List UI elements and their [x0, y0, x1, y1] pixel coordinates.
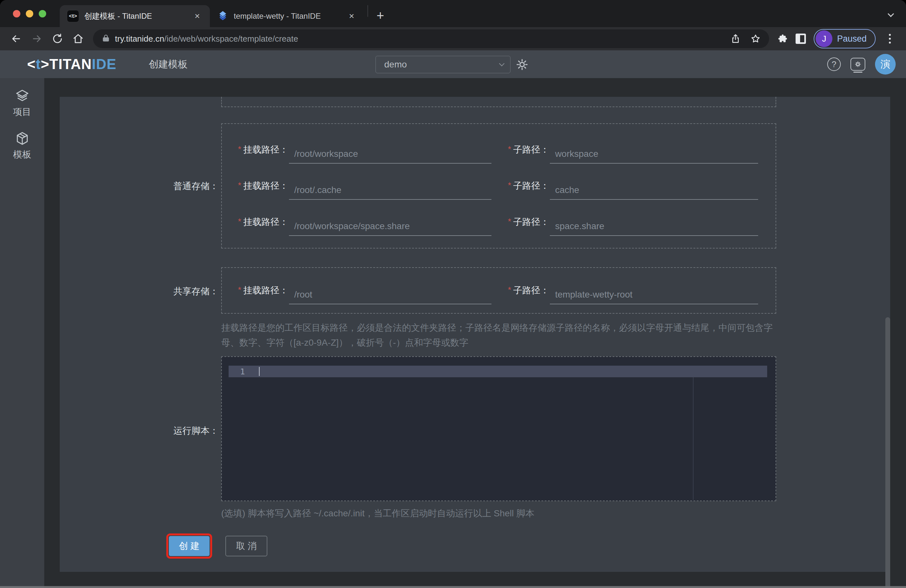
profile-status: Paused [837, 34, 867, 44]
tab-title: template-wetty - TitanIDE [234, 12, 341, 21]
sidebar-item-label: 模板 [13, 148, 31, 161]
mount-path-input[interactable]: /root/.cache [289, 181, 491, 200]
normal-storage-group: *挂载路径： /root/workspace *子路径： workspace *… [221, 123, 776, 249]
main-area: 项目 模板 普通存储： *挂载路径： /root/workspace [0, 78, 906, 588]
browser-toolbar: try.titanide.cn/ide/web/workspace/templa… [0, 27, 906, 50]
storage-row: *挂载路径： /root/workspace *子路径： workspace [222, 132, 775, 168]
forward-button[interactable] [28, 30, 46, 48]
editor-active-line: 1 [229, 366, 767, 377]
storage-row: *挂载路径： /root/workspace/space.share *子路径：… [222, 204, 775, 240]
profile-avatar: J [816, 30, 833, 47]
sidebar-item-projects[interactable]: 项目 [13, 88, 31, 118]
bookmark-star-icon[interactable] [748, 31, 763, 46]
app-header: <t>TITANIDE 创建模板 demo ? 演 [0, 50, 906, 78]
create-button-annotation: 创 建 [166, 534, 212, 559]
chevron-down-icon [499, 61, 505, 67]
address-bar[interactable]: try.titanide.cn/ide/web/workspace/templa… [93, 29, 769, 48]
browser-window: <t> 创建模板 - TitanIDE × template-wetty - T… [0, 0, 906, 588]
storage-row: *挂载路径： /root/.cache *子路径： cache [222, 168, 775, 204]
scrollbar-thumb[interactable] [885, 317, 890, 588]
minimize-window-button[interactable] [26, 10, 33, 18]
share-icon[interactable] [728, 31, 743, 46]
sub-path-label: *子路径： [508, 216, 549, 228]
extensions-puzzle-icon[interactable] [775, 31, 790, 46]
sidebar: 项目 模板 [0, 78, 44, 588]
normal-storage-label: 普通存储： [164, 180, 219, 192]
back-button[interactable] [7, 30, 25, 48]
tab-separator [367, 5, 368, 17]
system-settings-icon[interactable] [850, 58, 865, 71]
sub-path-label: *子路径： [508, 284, 549, 296]
create-template-form: 普通存储： *挂载路径： /root/workspace *子路径： works… [60, 97, 890, 572]
workspace-select[interactable]: demo [375, 56, 510, 73]
sub-path-input[interactable]: workspace [550, 145, 758, 164]
browser-menu-kebab-icon[interactable] [881, 30, 899, 48]
sub-path-input[interactable]: cache [550, 181, 758, 200]
browser-profile-button[interactable]: J Paused [813, 29, 876, 48]
url-text: try.titanide.cn/ide/web/workspace/templa… [115, 34, 723, 44]
editor-caret [259, 367, 260, 376]
cancel-button[interactable]: 取 消 [225, 536, 267, 556]
storage-group-partial [221, 97, 776, 107]
tab-title: 创建模板 - TitanIDE [84, 11, 187, 21]
cube-icon [15, 131, 30, 146]
sidebar-item-label: 项目 [13, 106, 31, 118]
run-script-label: 运行脚本： [164, 425, 219, 437]
mount-path-label: *挂载路径： [238, 143, 288, 156]
sub-path-label: *子路径： [508, 143, 549, 156]
mount-path-input[interactable]: /root/workspace/space.share [289, 217, 491, 236]
line-number: 1 [229, 367, 256, 376]
app-header-right: ? 演 [827, 50, 896, 78]
titanide-gem-icon [217, 10, 229, 22]
home-button[interactable] [69, 30, 87, 48]
close-tab-icon[interactable]: × [192, 11, 203, 22]
user-avatar[interactable]: 演 [875, 54, 896, 75]
mount-path-label: *挂载路径： [238, 180, 288, 192]
browser-tab-strip: <t> 创建模板 - TitanIDE × template-wetty - T… [0, 0, 906, 27]
sub-path-input[interactable]: template-wetty-root [550, 285, 758, 304]
script-help-text: (选填) 脚本将写入路径 ~/.cache/.init，当工作区启动时自动运行以… [221, 507, 534, 519]
content-area: 普通存储： *挂载路径： /root/workspace *子路径： works… [44, 78, 906, 588]
tab-template-wetty[interactable]: template-wetty - TitanIDE × [210, 5, 364, 27]
mount-path-input[interactable]: /root/workspace [289, 145, 491, 164]
side-panel-icon[interactable] [793, 31, 809, 46]
help-icon[interactable]: ? [827, 57, 841, 71]
sub-path-label: *子路径： [508, 180, 549, 192]
page-title: 创建模板 [149, 58, 188, 71]
macos-traffic-lights [13, 10, 46, 18]
layers-icon [15, 88, 30, 103]
titanide-logo: <t>TITANIDE [27, 56, 116, 72]
editor-ruler [693, 377, 694, 500]
reload-button[interactable] [48, 30, 67, 48]
path-help-text: 挂载路径是您的工作区目标路径，必须是合法的文件夹路径；子路径名是网络存储源子路径… [221, 320, 782, 350]
settings-gear-icon[interactable] [516, 58, 528, 72]
tab-create-template[interactable]: <t> 创建模板 - TitanIDE × [60, 5, 210, 27]
bottom-edge-strip [0, 586, 906, 588]
mount-path-label: *挂载路径： [238, 284, 288, 296]
close-window-button[interactable] [13, 10, 20, 18]
mount-path-input[interactable]: /root [289, 285, 491, 304]
workspace-select-value: demo [384, 59, 407, 70]
sub-path-input[interactable]: space.share [550, 217, 758, 236]
shared-storage-label: 共享存储： [164, 285, 219, 298]
create-button[interactable]: 创 建 [169, 536, 209, 556]
script-code-editor[interactable]: 1 [221, 356, 776, 501]
sidebar-item-templates[interactable]: 模板 [13, 131, 31, 161]
mount-path-label: *挂载路径： [238, 216, 288, 228]
new-tab-button[interactable]: + [371, 6, 389, 24]
zoom-window-button[interactable] [39, 10, 46, 18]
storage-row: *挂载路径： /root *子路径： template-wetty-root [222, 269, 775, 311]
titanide-tab-icon: <t> [67, 10, 79, 22]
url-path: /ide/web/workspace/template/create [164, 34, 298, 43]
url-domain: try.titanide.cn [115, 34, 164, 43]
shared-storage-group: *挂载路径： /root *子路径： template-wetty-root [221, 267, 776, 314]
tab-search-chevron-icon[interactable] [888, 12, 894, 18]
lock-icon [101, 33, 110, 44]
close-tab-icon[interactable]: × [346, 11, 357, 22]
